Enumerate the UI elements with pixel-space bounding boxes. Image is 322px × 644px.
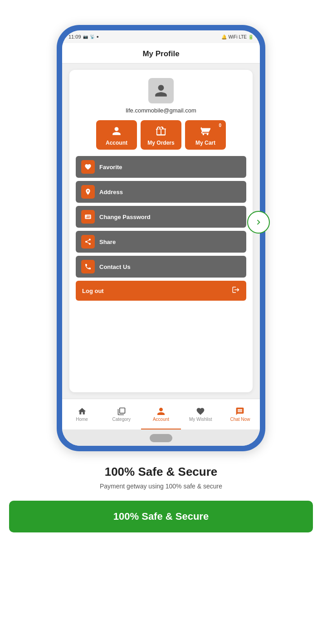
nav-account-label: Account <box>153 417 169 422</box>
nav-account[interactable]: Account <box>141 407 181 422</box>
status-bar: 11:09 📷 📡 ● 🔔 WiFi LTE 🔋 <box>62 30 260 43</box>
nav-category[interactable]: Category <box>102 407 141 422</box>
share-label: Share <box>99 239 116 245</box>
user-email: life.commobile@gmail.com <box>126 107 196 114</box>
nav-wishlist-label: My Wishlist <box>189 417 212 422</box>
nav-active-indicator <box>141 429 181 429</box>
person-icon <box>154 83 168 98</box>
share-menu-item[interactable]: Share <box>76 231 246 253</box>
heart-icon <box>81 160 95 174</box>
keyboard-icon <box>81 210 95 224</box>
contact-us-label: Contact Us <box>99 263 131 270</box>
home-button[interactable] <box>150 434 172 442</box>
nav-home[interactable]: Home <box>62 407 102 422</box>
nav-chat[interactable]: Chat Now <box>220 407 260 422</box>
logout-label: Log out <box>82 288 104 294</box>
next-arrow-button[interactable] <box>247 211 270 234</box>
location-icon <box>81 185 95 199</box>
page-title: My Profile <box>142 49 179 58</box>
account-icon <box>110 125 123 137</box>
nav-home-label: Home <box>76 417 88 422</box>
change-password-menu-item[interactable]: Change Password <box>76 206 246 228</box>
cart-badge: 0 <box>219 123 221 128</box>
logout-button[interactable]: Log out <box>76 281 246 301</box>
cart-icon <box>199 125 212 137</box>
account-button[interactable]: Account <box>96 120 137 150</box>
nav-wishlist[interactable]: My Wishlist <box>181 407 220 422</box>
nav-category-label: Category <box>112 417 131 422</box>
my-orders-button[interactable]: My Orders <box>141 120 181 150</box>
favorite-menu-item[interactable]: Favorite <box>76 156 246 178</box>
profile-card: life.commobile@gmail.com Account <box>69 70 253 392</box>
contact-us-menu-item[interactable]: Contact Us <box>76 256 246 278</box>
safe-subtitle: Payment getway using 100% safe & secure <box>100 483 222 490</box>
phone-screen: 11:09 📷 📡 ● 🔔 WiFi LTE 🔋 My Profile <box>62 30 260 446</box>
app-header: My Profile <box>62 43 260 63</box>
favorite-label: Favorite <box>99 164 122 171</box>
safe-title: 100% Safe & Secure <box>105 465 218 479</box>
avatar <box>148 78 174 103</box>
logout-icon <box>232 286 240 296</box>
nav-chat-label: Chat Now <box>230 417 250 422</box>
phone-icon <box>81 260 95 273</box>
orders-icon <box>155 125 167 137</box>
orders-label: My Orders <box>147 140 174 146</box>
share-icon <box>81 235 95 249</box>
status-time: 11:09 📷 📡 ● <box>68 34 99 39</box>
screen-content: My Profile life.commobile@gmail.com <box>62 43 260 446</box>
change-password-label: Change Password <box>99 214 151 220</box>
phone-device: 11:09 📷 📡 ● 🔔 WiFi LTE 🔋 My Profile <box>57 25 265 451</box>
action-buttons-row: Account My Orders <box>76 120 246 150</box>
account-label: Account <box>106 140 127 146</box>
bottom-navigation: Home Category Account My W <box>62 399 260 429</box>
address-label: Address <box>99 189 123 195</box>
cart-label: My Cart <box>195 140 215 146</box>
avatar-section: life.commobile@gmail.com <box>76 78 246 114</box>
home-button-area <box>62 429 260 446</box>
my-cart-button[interactable]: 0 My Cart <box>185 120 226 150</box>
safe-button[interactable]: 100% Safe & Secure <box>9 501 313 532</box>
bottom-section: 100% Safe & Secure Payment getway using … <box>0 465 322 532</box>
address-menu-item[interactable]: Address <box>76 181 246 203</box>
status-icons: 🔔 WiFi LTE 🔋 <box>221 34 254 39</box>
